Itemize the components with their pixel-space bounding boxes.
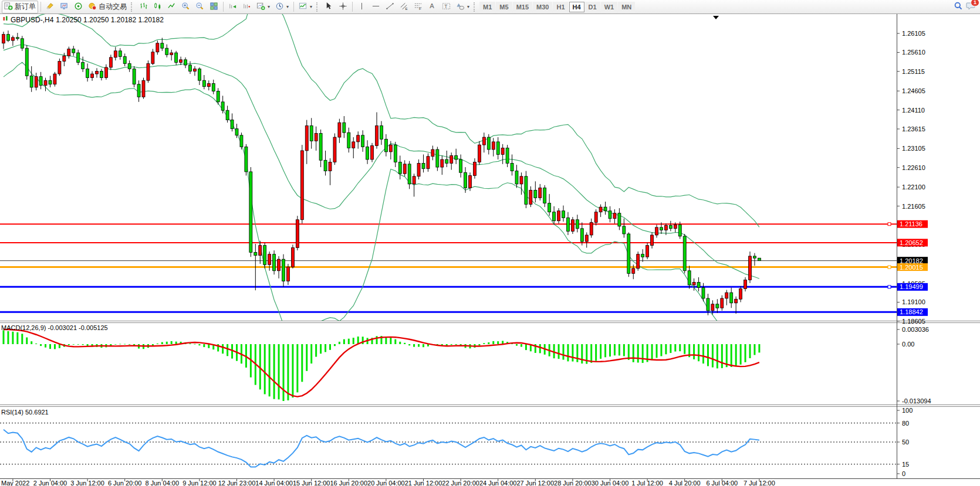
search-button[interactable] [951,0,965,13]
signal-button[interactable] [72,1,85,13]
auto-trading-button[interactable]: 自动交易 [86,1,129,13]
zoom-in-button[interactable] [179,1,192,13]
crosshair-button[interactable] [336,1,350,13]
bollinger-band-line [4,0,759,227]
horizontal-line-button[interactable] [369,1,383,13]
zoom-in-icon [181,2,190,12]
svg-text:1.21605: 1.21605 [902,203,925,210]
shapes-button[interactable]: ▾ [454,1,472,13]
new-order-button[interactable]: 新订单 [2,1,38,13]
separator [40,2,41,12]
auto-scroll-button[interactable] [240,1,254,13]
vertical-line-button[interactable] [355,1,369,13]
line-chart-button[interactable] [165,1,178,13]
bollinger-band-line [4,62,759,337]
cursor-button[interactable] [322,1,336,13]
mt4-window: { "toolbar": { "new_order_label": "新订单",… [0,0,980,486]
main-toolbar: 新订单 自动交易 ▾ ▾ ▾ E F A T ▾ M1 M5 M15 M30 H… [0,0,980,14]
text-icon: A [428,2,437,12]
svg-text:24 Jun 04:00: 24 Jun 04:00 [479,480,517,486]
new-order-icon [4,2,13,12]
auto-trading-label: 自动交易 [99,2,127,12]
text-label-button[interactable]: T [440,1,453,13]
dropdown-caret: ▾ [310,4,312,9]
zoom-out-icon [195,2,204,12]
tab-timeframe-mn[interactable]: MN [618,2,635,12]
tab-timeframe-m5[interactable]: M5 [496,2,512,12]
svg-text:1.19499: 1.19499 [900,283,923,290]
candles-layer [2,30,761,315]
tab-timeframe-d1[interactable]: D1 [585,2,600,12]
svg-text:80: 80 [902,420,909,427]
trendline-icon [386,2,394,12]
horizontal-line-icon [371,2,380,12]
macd-label: MACD(12,26,9) -0.003021 -0.005125 [1,324,108,331]
bar-chart-button[interactable] [137,1,150,13]
equidistant-channel-icon: E [400,2,408,12]
svg-text:100: 100 [902,407,913,414]
quote-values: 1.20250 1.20250 1.20182 1.20182 [56,16,164,24]
periods-button[interactable]: ▾ [273,1,291,13]
svg-text:May 2022: May 2022 [1,480,29,486]
svg-text:21 Jun 12:00: 21 Jun 12:00 [405,480,442,486]
svg-text:15 Jun 12:00: 15 Jun 12:00 [293,480,330,486]
svg-text:1.20652: 1.20652 [900,239,923,246]
tab-timeframe-m30[interactable]: M30 [533,2,552,12]
dropdown-caret: ▾ [467,4,469,9]
svg-text:30 Jun 04:00: 30 Jun 04:00 [592,480,629,486]
channel-button[interactable]: E [397,1,411,13]
candlestick-button[interactable] [151,1,164,13]
rsi-label: RSI(14) 50.6921 [1,409,49,416]
rsi-line [4,430,759,467]
svg-text:1.25610: 1.25610 [902,49,925,56]
svg-text:1.20015: 1.20015 [900,264,923,271]
svg-text:8 Jun 04:00: 8 Jun 04:00 [146,480,180,486]
svg-text:28 Jun 20:00: 28 Jun 20:00 [554,480,592,486]
hline-handle [888,286,891,288]
svg-text:1.23615: 1.23615 [902,125,925,132]
chart-canvas[interactable]: 1.261051.256101.251151.246051.241101.236… [0,0,980,486]
chart-title: GBPUSD-,H4 1.20250 1.20250 1.20182 1.201… [3,16,164,24]
svg-text:1.26105: 1.26105 [902,30,925,37]
highlighter-icon [46,2,55,12]
trendline-button[interactable] [383,1,397,13]
svg-text:22 Jun 20:00: 22 Jun 20:00 [442,480,479,486]
svg-text:2 Jun 04:00: 2 Jun 04:00 [33,480,67,486]
new-chart-button[interactable]: ▾ [254,1,272,13]
indicators-icon [299,2,307,12]
tab-timeframe-w1[interactable]: W1 [601,2,618,12]
svg-text:50: 50 [902,439,909,446]
tab-timeframe-m15[interactable]: M15 [513,2,532,12]
svg-text:0.00: 0.00 [902,341,914,348]
zoom-out-button[interactable] [193,1,207,13]
macd-main-value: -0.003021 [48,324,77,331]
svg-text:F: F [419,6,421,11]
indicators-button[interactable]: ▾ [296,1,315,13]
macd-name: MACD(12,26,9) [1,324,46,331]
chart-shift-button[interactable] [226,1,239,13]
tab-timeframe-h4[interactable]: H4 [569,2,584,12]
new-chart-icon [256,2,265,12]
chat-button[interactable]: 1 [966,1,976,13]
fibonacci-button[interactable]: F [411,1,425,13]
candlestick-icon [153,2,162,12]
market-watch-button[interactable] [58,1,71,13]
tile-windows-icon [209,2,218,12]
fibonacci-icon: F [414,2,423,12]
dropdown-caret: ▾ [268,4,270,9]
tile-windows-button[interactable] [207,1,221,13]
svg-text:1.22100: 1.22100 [902,183,925,191]
tab-timeframe-m1[interactable]: M1 [479,2,495,12]
main-pane [0,0,897,337]
svg-text:7 Jul 12:00: 7 Jul 12:00 [744,480,775,486]
text-button[interactable]: A [425,1,439,13]
line-chart-icon [167,2,176,12]
tab-timeframe-h1[interactable]: H1 [553,2,568,12]
crosshair-icon [339,2,347,12]
symbol-label: GBPUSD-,H4 [11,16,53,24]
highlight-button[interactable] [43,1,57,13]
svg-text:0: 0 [902,470,905,477]
svg-text:4 Jul 20:00: 4 Jul 20:00 [669,480,701,486]
hline-handle [888,266,891,269]
price-scale: 1.261051.256101.251151.246051.241101.236… [897,30,928,325]
